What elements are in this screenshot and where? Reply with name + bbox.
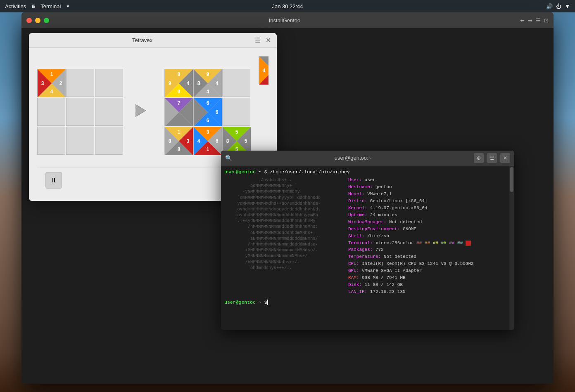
puzzle-cell-1-0[interactable]: 7 [164,98,192,126]
terminal-label[interactable]: Terminal [40,3,61,9]
player-grid[interactable]: 1 4 3 2 [37,69,123,155]
grid-cell-2-1[interactable] [66,127,94,155]
terminal-window: 🔍 user@gentoo:~ ⊕ ☰ ✕ user@gentoo ~ $ /h… [221,151,514,330]
svg-text:1: 1 [207,146,209,152]
tetravex-title: Tetravex [32,37,252,43]
svg-text:3: 3 [187,138,190,144]
mac-icon-right[interactable]: ➡ [528,17,532,24]
terminal-dropdown-icon[interactable]: ▼ [66,4,70,9]
terminal-close-btn[interactable]: ✕ [500,153,510,163]
puzzle-cell-0-0[interactable]: 8 9 9 4 [164,69,192,97]
terminal-text-area[interactable]: user@gentoo ~ $ /home/user/.local/bin/ar… [221,165,509,330]
svg-text:6: 6 [216,138,219,144]
svg-text:9: 9 [178,89,181,94]
top-bar: Activities 🖥 Terminal ▼ Jan 30 22:44 🔊 ⏻… [0,0,575,12]
terminal-prompt-line: user@gentoo ~ $ [224,299,506,306]
grid-cell-1-1[interactable] [66,98,94,126]
svg-text:6: 6 [207,100,209,106]
grid-cell-1-2[interactable] [95,98,123,126]
mac-minimize-btn[interactable] [35,18,40,23]
system-info: User: user Hostname: gentoo Model: VMwar… [344,177,506,296]
terminal-icon: 🖥 [31,4,36,9]
topbar-left: Activities 🖥 Terminal ▼ [5,3,70,9]
terminal-line-command: user@gentoo ~ $ /home/user/.local/bin/ar… [224,169,506,175]
svg-text:8: 8 [226,138,229,144]
svg-text:6: 6 [207,118,209,123]
svg-text:4: 4 [187,80,190,86]
puzzle-cell-2-0[interactable]: 1 8 8 3 [164,127,192,155]
system-menu-icon[interactable]: ▼ [565,3,570,9]
svg-text:8: 8 [178,146,181,152]
mac-close-btn[interactable] [26,18,32,23]
svg-text:4: 4 [197,138,200,144]
terminal-icon-group: ⊕ ☰ ✕ [474,153,510,163]
tetravex-close-btn[interactable]: ✕ [263,36,273,44]
puzzle-cell-2-1[interactable]: 3 1 4 6 [193,127,221,155]
svg-text:4: 4 [50,89,53,94]
terminal-search-btn[interactable]: 🔍 [225,155,232,161]
grid-cell-2-0[interactable] [37,127,65,155]
pause-button[interactable]: ⏸ [45,172,62,189]
terminal-menu-btn[interactable]: ☰ [487,153,497,163]
move-arrow [131,98,156,125]
terminal-title-label: user@gentoo:~ [232,155,474,161]
archey-ascii-art: -/oyddmdhs+:. -odNMMMMMMMMNmhy+-` -yNMMM… [224,177,344,296]
grid-cell-2-2[interactable] [95,127,123,155]
power-icon[interactable]: ⏻ [556,3,561,9]
svg-text:5: 5 [235,129,238,135]
volume-icon[interactable]: 🔊 [546,3,553,9]
mac-window-title: InstallGentoo [52,17,517,24]
grid-cell-0-0[interactable]: 1 4 3 2 [37,69,65,97]
topbar-right: 🔊 ⏻ ▼ [546,3,570,9]
svg-text:1: 1 [50,71,53,77]
topbar-datetime: Jan 30 22:44 [272,3,303,9]
svg-text:3: 3 [41,80,44,86]
svg-text:4: 4 [263,68,266,73]
puzzle-cell-1-2[interactable] [222,98,250,126]
mac-toolbar: ⬅ ➡ ☰ ⊡ [520,17,549,24]
svg-text:9: 9 [207,71,209,77]
puzzle-cell-1-1[interactable]: 6 6 6 [193,98,221,126]
svg-text:3: 3 [207,129,209,135]
grid-cell-0-2[interactable] [95,69,123,97]
svg-text:8: 8 [169,138,171,144]
mac-maximize-btn[interactable] [44,18,49,23]
svg-text:9: 9 [169,80,171,86]
terminal-body: user@gentoo ~ $ /home/user/.local/bin/ar… [221,165,514,330]
svg-text:6: 6 [216,109,219,115]
mac-icon-sidebar[interactable]: ☰ [536,17,541,24]
extra-cell-3-0[interactable]: 8 2 4 3 [259,56,268,84]
puzzle-grid[interactable]: 8 9 9 4 9 4 8 4 [164,69,250,155]
grid-cell-1-0[interactable] [37,98,65,126]
mac-titlebar: InstallGentoo ⬅ ➡ ☰ ⊡ [21,12,554,28]
svg-text:5: 5 [245,138,247,144]
svg-text:8: 8 [178,71,181,77]
terminal-scrollbar[interactable] [509,165,514,330]
archey-output: -/oyddmdhs+:. -odNMMMMMMMMNmhy+-` -yNMMM… [224,177,506,296]
svg-text:1: 1 [178,129,181,135]
svg-text:2: 2 [59,80,62,86]
tetravex-menu-btn[interactable]: ☰ [252,36,263,44]
mac-icon-fullscreen[interactable]: ⊡ [544,17,549,24]
activities-label[interactable]: Activities [5,3,26,9]
svg-text:8: 8 [197,80,200,86]
terminal-titlebar: 🔍 user@gentoo:~ ⊕ ☰ ✕ [221,151,514,165]
svg-text:7: 7 [178,100,181,106]
grid-cell-0-1[interactable] [66,69,94,97]
svg-rect-9 [135,109,142,112]
puzzle-cell-0-1[interactable]: 9 4 8 4 [193,69,221,97]
puzzle-cell-0-2[interactable] [222,69,250,97]
tetravex-titlebar: Tetravex ☰ ✕ [29,33,277,48]
terminal-new-tab-btn[interactable]: ⊕ [474,153,484,163]
svg-text:4: 4 [207,89,209,94]
svg-text:4: 4 [216,80,219,86]
terminal-scrollbar-thumb[interactable] [510,167,513,192]
mac-icon-left[interactable]: ⬅ [520,17,525,24]
